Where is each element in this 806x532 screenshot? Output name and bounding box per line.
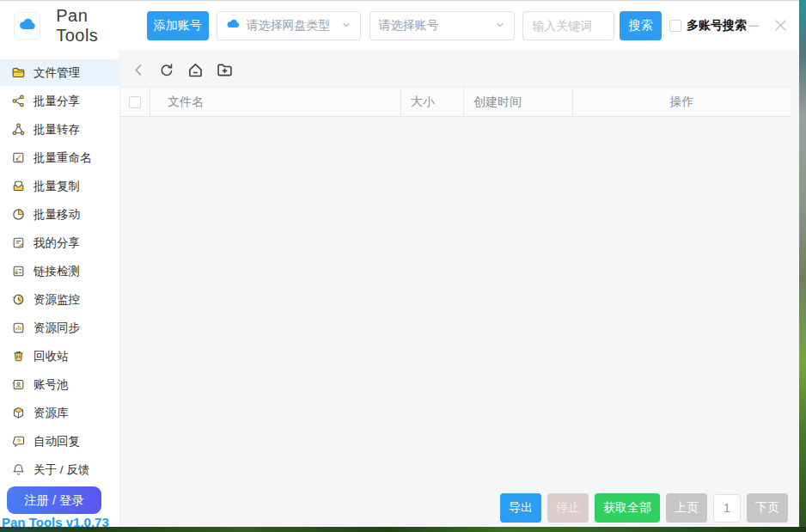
drive-type-placeholder: 请选择网盘类型 — [247, 18, 335, 34]
auto-reply-icon — [11, 434, 26, 449]
sidebar-item-label: 批量转存 — [34, 122, 80, 138]
sidebar-item-auto-reply[interactable]: 自动回复 — [0, 428, 119, 455]
sidebar-item-batch-move[interactable]: 批量移动 — [0, 201, 119, 228]
move-icon — [11, 207, 26, 222]
column-created-time: 创建时间 — [464, 88, 573, 116]
monitor-icon — [11, 292, 26, 307]
sync-icon — [11, 321, 26, 335]
sidebar-item-batch-rename[interactable]: 批量重命名 — [0, 144, 119, 171]
desktop-wallpaper-right-strip — [799, 0, 806, 532]
search-button[interactable]: 搜索 — [620, 11, 662, 40]
sidebar-item-label: 批量重命名 — [34, 150, 92, 166]
back-icon[interactable] — [131, 62, 147, 78]
rename-icon — [11, 150, 26, 165]
window-controls — [747, 17, 789, 34]
sidebar-item-label: 自动回复 — [34, 434, 80, 449]
file-toolbar — [120, 50, 799, 87]
sidebar-item-label: 批量复制 — [34, 179, 80, 194]
sidebar-item-label: 资源库 — [34, 406, 69, 421]
desktop-wallpaper-bottom-strip — [0, 527, 806, 532]
keyword-input[interactable] — [522, 11, 614, 40]
home-icon[interactable] — [186, 61, 205, 79]
main-content: 文件名 大小 创建时间 操作 — [120, 50, 799, 528]
select-all-cell — [120, 88, 150, 116]
app-title: Pan Tools — [56, 6, 132, 46]
account-pool-icon — [11, 377, 26, 392]
new-folder-icon[interactable] — [216, 61, 234, 79]
chevron-down-icon — [495, 18, 505, 34]
table-header: 文件名 大小 创建时间 操作 — [120, 87, 791, 117]
next-page-button[interactable]: 下页 — [747, 493, 788, 523]
sidebar-item-batch-transfer[interactable]: 批量转存 — [0, 116, 119, 143]
app-logo — [14, 12, 40, 40]
export-button[interactable]: 导出 — [500, 493, 541, 523]
sidebar-item-batch-share[interactable]: 批量分享 — [0, 88, 119, 114]
column-size: 大小 — [401, 88, 464, 116]
add-account-button[interactable]: 添加账号 — [147, 11, 209, 40]
sidebar-menu: 文件管理 批量分享 批量转存 批量重命名 批量复制 批量移动 — [0, 50, 119, 483]
sidebar-item-account-pool[interactable]: 账号池 — [0, 371, 119, 398]
multi-account-label: 多账号搜索 — [687, 18, 747, 34]
sidebar-item-label: 资源同步 — [34, 321, 80, 336]
sidebar-item-resource-monitor[interactable]: 资源监控 — [0, 286, 119, 313]
footer-actions: 导出 停止 获取全部 上页 下页 — [500, 493, 788, 523]
minimize-icon[interactable] — [747, 18, 761, 33]
stop-button[interactable]: 停止 — [547, 493, 589, 523]
link-check-icon — [11, 264, 26, 278]
multi-account-checkbox[interactable] — [669, 20, 681, 32]
sidebar-item-label: 批量分享 — [34, 94, 80, 109]
cloud-logo-icon — [18, 15, 37, 37]
sidebar-item-label: 关于 / 反馈 — [34, 462, 89, 478]
bell-icon — [11, 462, 26, 477]
sidebar-item-label: 批量移动 — [34, 207, 80, 223]
sidebar-item-label: 文件管理 — [34, 65, 80, 81]
sidebar-item-resource-library[interactable]: 资源库 — [0, 400, 119, 426]
account-select-placeholder: 请选择账号 — [379, 18, 490, 34]
table-body-empty — [120, 117, 799, 435]
sidebar-item-label: 资源监控 — [34, 292, 80, 308]
cloud-icon — [226, 16, 241, 34]
my-share-icon — [11, 235, 26, 250]
sidebar: 文件管理 批量分享 批量转存 批量重命名 批量复制 批量移动 — [0, 50, 120, 528]
multi-account-search: 多账号搜索 — [669, 18, 747, 34]
prev-page-button[interactable]: 上页 — [666, 493, 707, 523]
account-select[interactable]: 请选择账号 — [369, 11, 516, 40]
chevron-down-icon — [341, 18, 351, 34]
sidebar-item-link-check[interactable]: 链接检测 — [0, 258, 119, 284]
column-filename: 文件名 — [150, 88, 401, 116]
folder-icon — [11, 65, 26, 80]
sidebar-item-about-feedback[interactable]: 关于 / 反馈 — [0, 456, 119, 483]
sidebar-item-label: 回收站 — [34, 349, 69, 364]
close-icon[interactable] — [772, 17, 789, 34]
select-all-checkbox[interactable] — [129, 96, 141, 108]
topbar: Pan Tools 添加账号 请选择网盘类型 请选择账号 搜索 多账号搜索 — [0, 1, 799, 50]
transfer-icon — [11, 122, 26, 137]
register-login-button[interactable]: 注册 / 登录 — [7, 486, 101, 514]
column-operations: 操作 — [573, 88, 791, 116]
drive-type-select[interactable]: 请选择网盘类型 — [217, 11, 361, 40]
library-icon — [11, 406, 26, 420]
sidebar-item-label: 链接检测 — [34, 264, 80, 279]
share-icon — [11, 94, 26, 108]
sidebar-item-label: 我的分享 — [34, 235, 80, 251]
page-number-input[interactable] — [713, 494, 741, 523]
sidebar-item-resource-sync[interactable]: 资源同步 — [0, 315, 119, 341]
sidebar-item-recycle-bin[interactable]: 回收站 — [0, 343, 119, 370]
trash-icon — [11, 349, 26, 364]
sidebar-item-batch-copy[interactable]: 批量复制 — [0, 173, 119, 199]
sidebar-item-my-share[interactable]: 我的分享 — [0, 229, 119, 256]
copy-icon — [11, 179, 26, 193]
app-window: Pan Tools 添加账号 请选择网盘类型 请选择账号 搜索 多账号搜索 — [0, 0, 799, 527]
sidebar-item-label: 账号池 — [34, 377, 69, 393]
refresh-icon[interactable] — [158, 62, 175, 79]
sidebar-item-file-manage[interactable]: 文件管理 — [0, 59, 119, 86]
fetch-all-button[interactable]: 获取全部 — [595, 493, 660, 523]
